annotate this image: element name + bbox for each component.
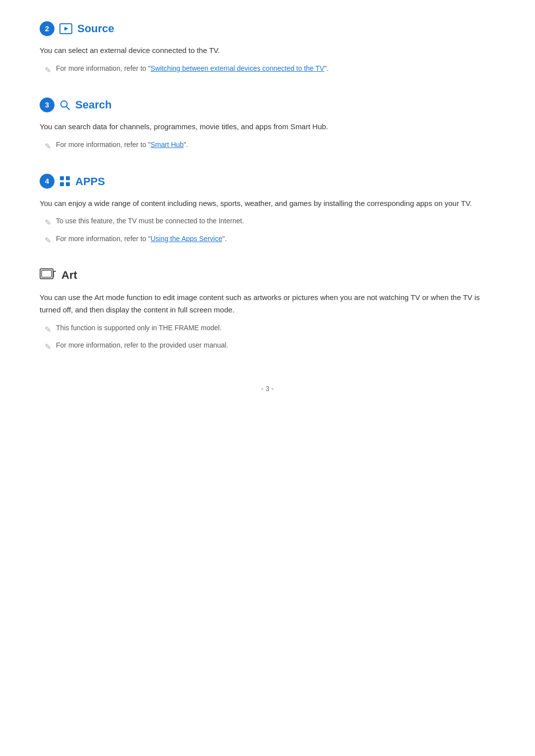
apps-body: You can enjoy a wide range of content in…: [40, 197, 495, 210]
apps-icon: [59, 176, 70, 187]
source-header: 2 Source: [40, 20, 495, 37]
apps-header: 4 APPS: [40, 173, 495, 190]
section-apps: 4 APPS You can enjoy a wide range of con…: [40, 173, 495, 247]
apps-note-1: ✎ To use this feature, the TV must be co…: [40, 215, 495, 229]
pencil-icon-2: ✎: [45, 140, 51, 153]
svg-rect-6: [60, 182, 64, 186]
search-header: 3 Search: [40, 96, 495, 113]
pencil-icon-4: ✎: [45, 234, 51, 247]
art-note-2: ✎ For more information, refer to the pro…: [40, 340, 495, 353]
source-note-text-1: For more information, refer to "Switchin…: [56, 63, 329, 74]
art-title: Art: [61, 266, 77, 284]
search-body: You can search data for channels, progra…: [40, 120, 495, 133]
svg-rect-5: [66, 176, 70, 180]
source-link[interactable]: Switching between external devices conne…: [151, 64, 324, 72]
source-badge: 2: [40, 21, 54, 36]
svg-line-3: [66, 106, 69, 109]
section-search: 3 Search You can search data for channel…: [40, 96, 495, 152]
art-note-text-2: For more information, refer to the provi…: [56, 340, 228, 351]
page-number: - 3 -: [262, 385, 274, 393]
svg-rect-7: [66, 182, 70, 186]
source-body: You can select an external device connec…: [40, 44, 495, 57]
search-title: Search: [75, 96, 111, 113]
art-note-1: ✎ This function is supported only in THE…: [40, 322, 495, 336]
section-art: Art You can use the Art mode function to…: [40, 266, 495, 353]
search-link[interactable]: Smart Hub: [151, 141, 184, 149]
pencil-icon-1: ✎: [45, 64, 51, 77]
apps-link[interactable]: Using the Apps Service: [151, 235, 222, 243]
art-icon: [40, 268, 56, 282]
svg-rect-9: [42, 270, 52, 277]
search-note-1: ✎ For more information, refer to "Smart …: [40, 139, 495, 153]
source-title: Source: [77, 20, 114, 37]
apps-note-text-1: To use this feature, the TV must be conn…: [56, 215, 244, 226]
pencil-icon-3: ✎: [45, 216, 51, 229]
search-badge: 3: [40, 98, 54, 112]
search-note-text-1: For more information, refer to "Smart Hu…: [56, 139, 188, 150]
art-header: Art: [40, 266, 495, 284]
search-icon: [59, 100, 70, 110]
apps-badge: 4: [40, 174, 54, 189]
section-source: 2 Source You can select an external devi…: [40, 20, 495, 76]
pencil-icon-5: ✎: [45, 323, 51, 336]
source-note-1: ✎ For more information, refer to "Switch…: [40, 63, 495, 77]
svg-rect-4: [60, 176, 64, 180]
art-body: You can use the Art mode function to edi…: [40, 291, 495, 316]
apps-title: APPS: [75, 173, 105, 190]
source-icon: [59, 23, 72, 34]
svg-marker-1: [64, 27, 68, 31]
page-footer: - 3 -: [40, 383, 495, 394]
apps-note-text-2: For more information, refer to "Using th…: [56, 233, 227, 244]
page-content: 2 Source You can select an external devi…: [0, 0, 535, 434]
pencil-icon-6: ✎: [45, 341, 51, 353]
apps-note-2: ✎ For more information, refer to "Using …: [40, 233, 495, 247]
art-note-text-1: This function is supported only in THE F…: [56, 322, 221, 333]
